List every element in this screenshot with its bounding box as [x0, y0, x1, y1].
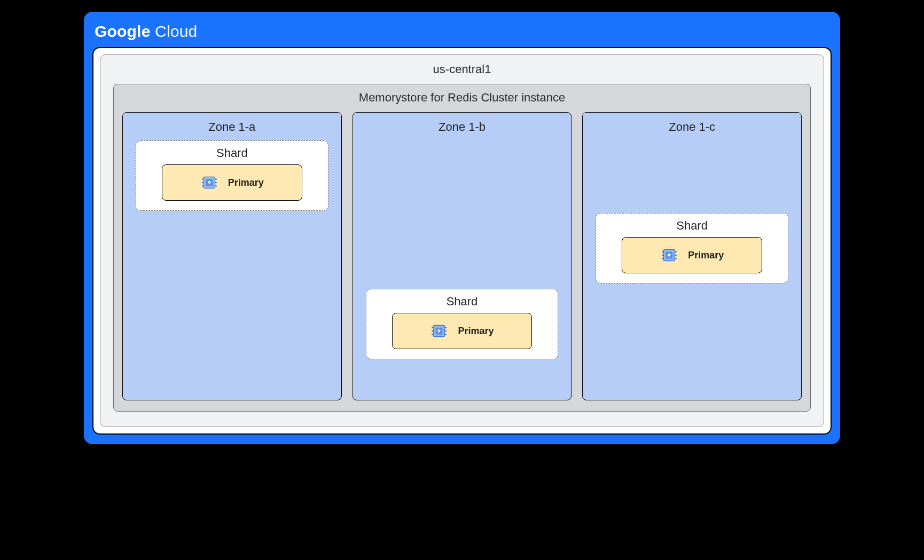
shard-title: Shard: [162, 146, 302, 160]
memorystore-chip-icon: [200, 173, 218, 192]
zone-card-1c: Zone 1-c Shard: [582, 112, 802, 400]
primary-node: Primary: [622, 237, 762, 273]
google-cloud-logo: Google Cloud: [95, 22, 829, 41]
memorystore-chip-icon: [660, 246, 678, 264]
logo-cloud: Cloud: [151, 22, 198, 40]
region-card: us-central1 Memorystore for Redis Cluste…: [100, 54, 824, 427]
primary-node: Primary: [162, 164, 302, 201]
zone-title: Zone 1-c: [590, 120, 794, 134]
shard-card: Shard: [136, 140, 328, 211]
region-title: us-central1: [113, 62, 811, 76]
logo-google: Google: [95, 22, 151, 40]
project-card: us-central1 Memorystore for Redis Cluste…: [92, 47, 832, 435]
shard-card: Shard: [596, 213, 788, 283]
instance-title: Memorystore for Redis Cluster instance: [122, 91, 802, 105]
shard-title: Shard: [392, 295, 533, 309]
node-label: Primary: [228, 177, 264, 188]
google-cloud-frame: Google Cloud us-central1 Memorystore for…: [83, 11, 841, 445]
node-label: Primary: [458, 326, 494, 337]
memorystore-chip-icon: [430, 322, 448, 340]
zone-title: Zone 1-a: [130, 120, 334, 134]
zones-row: Zone 1-a Shard: [122, 112, 802, 400]
zone-title: Zone 1-b: [361, 120, 564, 134]
memorystore-instance-card: Memorystore for Redis Cluster instance Z…: [113, 84, 811, 412]
shard-card: Shard: [366, 289, 559, 359]
node-label: Primary: [688, 250, 724, 261]
zone-card-1b: Zone 1-b Shard: [353, 112, 572, 400]
primary-node: Primary: [392, 313, 533, 349]
zone-card-1a: Zone 1-a Shard: [122, 112, 342, 400]
shard-title: Shard: [622, 219, 762, 233]
